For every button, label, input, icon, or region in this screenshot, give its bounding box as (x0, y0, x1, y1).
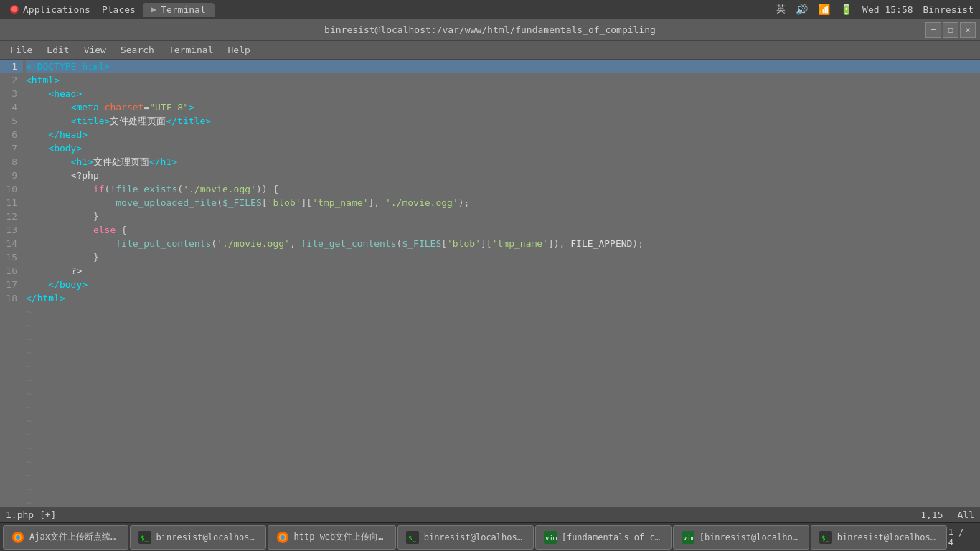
terminal-tab[interactable]: ▶ Terminal (143, 3, 215, 17)
tilde-11: ~ (26, 441, 980, 455)
tilde-4: ~ (26, 346, 980, 359)
tilde-7: ~ (26, 387, 980, 400)
page-indicator: 1 / 4 (948, 527, 977, 547)
line-num-1: 1 (0, 60, 23, 73)
line-num-20 (6, 319, 17, 332)
top-panel-left: Applications Places ▶ Terminal (4, 2, 215, 17)
task-label-1: Ajax文件上传断点续... (29, 531, 121, 543)
code-line-10: if(!file_exists('./movie.ogg')) { (26, 182, 980, 196)
code-content[interactable]: <!DOCTYPE html> <html> <head> <meta char… (23, 60, 980, 507)
vim-icon-5: vim (543, 530, 557, 545)
scroll-position: All (958, 509, 974, 520)
code-line-1: <!DOCTYPE html> (26, 60, 980, 73)
line-num-8: 8 (6, 155, 17, 169)
taskbar-item-6[interactable]: vim [binresist@localhos... (673, 525, 809, 550)
line-numbers: 1 2 3 4 5 6 7 8 9 10 11 12 13 14 15 16 1… (0, 60, 23, 507)
code-line-17: </body> (26, 278, 980, 291)
taskbar-item-5[interactable]: vim [fundamentals_of_c... (535, 525, 672, 550)
maximize-button[interactable]: □ (943, 22, 958, 38)
editor-area[interactable]: 1 2 3 4 5 6 7 8 9 10 11 12 13 14 15 16 1… (0, 60, 980, 507)
title-bar: binresist@localhost:/var/www/html/fundam… (0, 19, 980, 41)
line-num-7: 7 (6, 141, 17, 155)
menu-view[interactable]: View (78, 43, 112, 57)
line-num-5: 5 (6, 114, 17, 128)
applications-menu[interactable]: Applications (4, 2, 95, 17)
tilde-10: ~ (26, 428, 980, 441)
menu-file[interactable]: File (4, 43, 38, 57)
tilde-1: ~ (26, 305, 980, 319)
code-line-4: <meta charset="UTF-8"> (26, 100, 980, 114)
top-panel: Applications Places ▶ Terminal 英 🔊 📶 🔋 W… (0, 0, 980, 19)
tilde-15: ~ (26, 496, 980, 507)
tilde-9: ~ (26, 414, 980, 428)
battery-icon: 🔋 (838, 4, 854, 15)
line-num-6: 6 (6, 128, 17, 141)
tilde-12: ~ (26, 455, 980, 468)
status-bar: 1.php [+] 1,15 All (0, 507, 980, 522)
top-panel-right: 英 🔊 📶 🔋 Wed 15:58 Binresist (774, 3, 976, 16)
line-num-18: 18 (6, 291, 17, 305)
status-right: 1,15 All (920, 509, 974, 520)
terminal-icon-2: $_ (138, 530, 152, 545)
menu-search[interactable]: Search (115, 43, 160, 57)
code-line-13: else { (26, 223, 980, 237)
minimize-button[interactable]: − (925, 22, 941, 38)
svg-point-4 (16, 535, 20, 540)
terminal-tab-icon: ▶ (151, 4, 156, 14)
line-num-25 (6, 387, 17, 400)
applications-label: Applications (23, 4, 90, 15)
tilde-8: ~ (26, 400, 980, 414)
code-line-2: <html> (26, 73, 980, 87)
tilde-3: ~ (26, 332, 980, 346)
svg-text:$_: $_ (821, 534, 829, 542)
terminal-tab-label: Terminal (161, 4, 206, 15)
taskbar-item-1[interactable]: Ajax文件上传断点续... (3, 525, 128, 550)
line-num-23 (6, 359, 17, 373)
svg-point-1 (11, 6, 17, 12)
line-num-15: 15 (6, 250, 17, 264)
code-line-12: } (26, 209, 980, 223)
code-line-8: <h1>文件处理页面</h1> (26, 155, 980, 169)
tilde-13: ~ (26, 468, 980, 482)
task-label-7: binresist@localhost:... (837, 532, 939, 542)
line-num-16: 16 (6, 264, 17, 278)
locale-indicator: 英 (774, 3, 788, 16)
line-num-33 (6, 496, 17, 507)
taskbar-item-4[interactable]: $_ binresist@localhost:... (397, 525, 534, 550)
svg-point-9 (281, 535, 285, 540)
taskbar-item-3[interactable]: http-web文件上传向... (268, 525, 396, 550)
taskbar-item-2[interactable]: $_ binresist@localhost:... (130, 525, 266, 550)
line-num-4: 4 (6, 100, 17, 114)
task-label-2: binresist@localhost:... (156, 532, 258, 542)
menu-terminal[interactable]: Terminal (163, 43, 220, 57)
cursor-position: 1,15 (920, 509, 943, 520)
line-num-10: 10 (6, 182, 17, 196)
line-num-32 (6, 482, 17, 496)
app-indicator: Binresist (921, 4, 976, 15)
status-left: 1.php [+] (6, 509, 56, 520)
svg-text:vim: vim (683, 534, 694, 542)
close-button[interactable]: ✕ (960, 22, 976, 38)
line-num-24 (6, 373, 17, 387)
places-label: Places (102, 4, 136, 15)
firefox-icon-1 (11, 530, 25, 545)
line-num-28 (6, 428, 17, 441)
clock: Wed 15:58 (860, 4, 915, 15)
places-menu[interactable]: Places (98, 3, 140, 17)
tilde-14: ~ (26, 482, 980, 496)
line-num-11: 11 (6, 196, 17, 209)
task-label-3: http-web文件上传向... (294, 531, 388, 543)
svg-text:$_: $_ (408, 534, 416, 542)
code-line-15: } (26, 250, 980, 264)
line-num-2: 2 (6, 73, 17, 87)
menu-edit[interactable]: Edit (41, 43, 75, 57)
code-line-14: file_put_contents('./movie.ogg', file_ge… (26, 237, 980, 250)
line-num-29 (6, 441, 17, 455)
line-num-19 (6, 305, 17, 319)
taskbar-item-7[interactable]: $_ binresist@localhost:... (811, 525, 947, 550)
task-label-6: [binresist@localhos... (699, 532, 801, 542)
task-label-5: [fundamentals_of_c... (562, 532, 664, 542)
code-line-9: <?php (26, 169, 980, 182)
menu-help[interactable]: Help (222, 43, 256, 57)
line-num-13: 13 (6, 223, 17, 237)
